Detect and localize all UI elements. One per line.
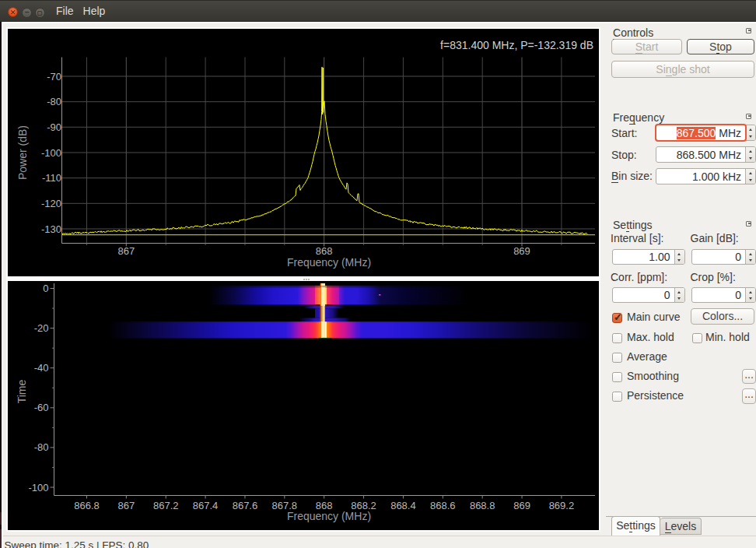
svg-text:867.6: 867.6: [233, 500, 258, 511]
svg-text:868: 868: [316, 245, 333, 257]
svg-text:868.4: 868.4: [390, 500, 416, 511]
svg-text:Frequency (MHz): Frequency (MHz): [287, 510, 371, 522]
svg-text:Time: Time: [16, 379, 28, 403]
svg-text:867.4: 867.4: [193, 500, 219, 511]
svg-text:869: 869: [513, 245, 530, 257]
svg-text:-80: -80: [47, 96, 61, 107]
svg-text:868.6: 868.6: [430, 500, 456, 511]
svg-text:-20: -20: [34, 322, 49, 334]
svg-text:-70: -70: [47, 71, 61, 83]
svg-text:-80: -80: [34, 441, 49, 453]
svg-text:-90: -90: [47, 121, 61, 133]
svg-text:-60: -60: [34, 402, 49, 413]
svg-text:-110: -110: [42, 172, 61, 184]
svg-text:869: 869: [513, 500, 530, 511]
svg-text:867: 867: [117, 245, 135, 257]
svg-text:Frequency (MHz): Frequency (MHz): [287, 256, 371, 269]
svg-text:f=831.400 MHz, P=-132.319 dB: f=831.400 MHz, P=-132.319 dB: [440, 39, 593, 51]
svg-text:0: 0: [43, 283, 48, 294]
svg-text:-100: -100: [28, 482, 48, 494]
svg-text:-130: -130: [41, 223, 61, 235]
svg-text:-40: -40: [34, 362, 49, 374]
svg-text:Power (dB): Power (dB): [16, 125, 29, 180]
svg-text:-120: -120: [41, 198, 61, 209]
svg-text:868.8: 868.8: [470, 500, 495, 511]
svg-text:866.8: 866.8: [74, 500, 100, 511]
svg-text:-100: -100: [41, 147, 61, 159]
svg-text:867: 867: [117, 500, 135, 511]
svg-text:867.2: 867.2: [153, 500, 179, 511]
svg-text:869.2: 869.2: [549, 500, 575, 511]
